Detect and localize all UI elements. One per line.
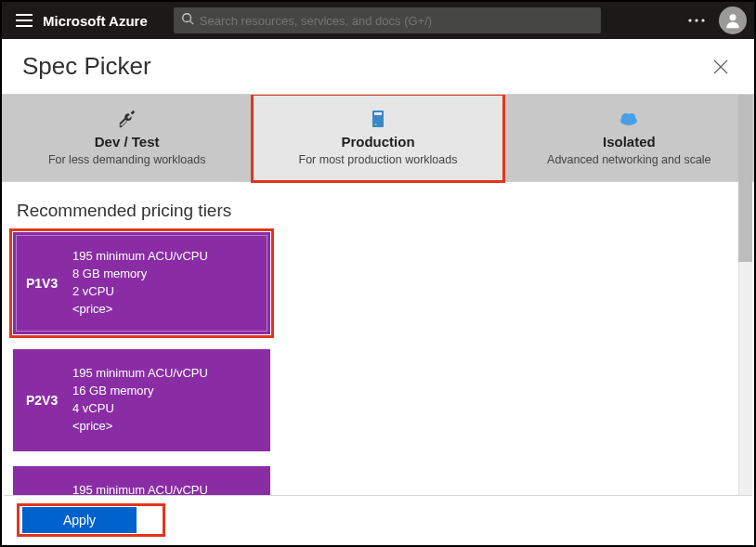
tab-subtitle: For most production workloads: [262, 153, 493, 166]
page-title: Spec Picker: [22, 52, 151, 81]
blade-header: Spec Picker: [2, 39, 754, 94]
tab-title: Dev / Test: [11, 134, 242, 150]
blade-footer: Apply: [4, 495, 752, 543]
tier-specs: 195 minimum ACU/vCPU 8 GB memory 2 vCPU …: [72, 248, 208, 318]
workload-tabs: Dev / Test For less demanding workloads …: [2, 95, 754, 182]
tier-acu: 195 minimum ACU/vCPU: [72, 248, 208, 266]
tab-title: Production: [262, 134, 493, 150]
tab-production[interactable]: Production For most production workloads: [253, 95, 503, 181]
tier-memory: 16 GB memory: [72, 383, 208, 400]
svg-point-6: [695, 19, 697, 21]
svg-point-5: [688, 19, 691, 21]
server-icon: [262, 108, 493, 130]
more-menu-icon[interactable]: [682, 19, 711, 22]
azure-topbar: Microsoft Azure: [2, 2, 754, 39]
tier-card-p2v3[interactable]: P2V3 195 minimum ACU/vCPU 16 GB memory 4…: [13, 349, 270, 451]
pricing-tier-cards: P1V3 195 minimum ACU/vCPU 8 GB memory 2 …: [2, 232, 550, 498]
svg-point-8: [730, 14, 736, 20]
svg-line-4: [189, 21, 193, 25]
apply-button[interactable]: Apply: [22, 507, 137, 533]
tab-isolated[interactable]: Isolated Advanced networking and scale: [504, 95, 754, 181]
scrollbar-thumb[interactable]: [738, 95, 752, 262]
tier-price: <price>: [72, 418, 208, 436]
tier-specs: 195 minimum ACU/vCPU 16 GB memory 4 vCPU…: [72, 365, 208, 435]
tier-vcpu: 2 vCPU: [72, 283, 208, 301]
hamburger-icon[interactable]: [9, 6, 39, 35]
global-search[interactable]: [174, 7, 601, 33]
user-avatar-icon[interactable]: [719, 7, 747, 34]
close-button[interactable]: [708, 54, 734, 80]
tier-card-p3v3[interactable]: P3V3 195 minimum ACU/vCPU 32 GB memory 8…: [13, 466, 270, 498]
search-input[interactable]: [200, 14, 593, 28]
svg-rect-12: [374, 112, 382, 115]
search-icon: [181, 12, 194, 29]
tier-acu: 195 minimum ACU/vCPU: [72, 365, 208, 383]
svg-point-3: [183, 14, 191, 22]
tier-code: P1V3: [26, 276, 72, 291]
tools-icon: [11, 108, 242, 130]
tier-vcpu: 4 vCPU: [72, 400, 208, 418]
cloud-icon: [514, 108, 745, 130]
tab-subtitle: For less demanding workloads: [11, 153, 242, 166]
tier-memory: 8 GB memory: [72, 266, 208, 283]
tier-price: <price>: [72, 301, 208, 319]
tab-subtitle: Advanced networking and scale: [514, 153, 745, 166]
tab-title: Isolated: [514, 134, 745, 150]
svg-point-7: [701, 19, 704, 21]
brand-label: Microsoft Azure: [43, 13, 148, 29]
section-heading: Recommended pricing tiers: [2, 182, 754, 232]
tier-card-p1v3[interactable]: P1V3 195 minimum ACU/vCPU 8 GB memory 2 …: [13, 232, 270, 334]
blade-content: Dev / Test For less demanding workloads …: [2, 95, 754, 498]
svg-point-13: [374, 124, 377, 126]
tab-dev-test[interactable]: Dev / Test For less demanding workloads: [2, 95, 253, 181]
tier-code: P2V3: [26, 393, 72, 408]
svg-point-16: [628, 113, 635, 121]
